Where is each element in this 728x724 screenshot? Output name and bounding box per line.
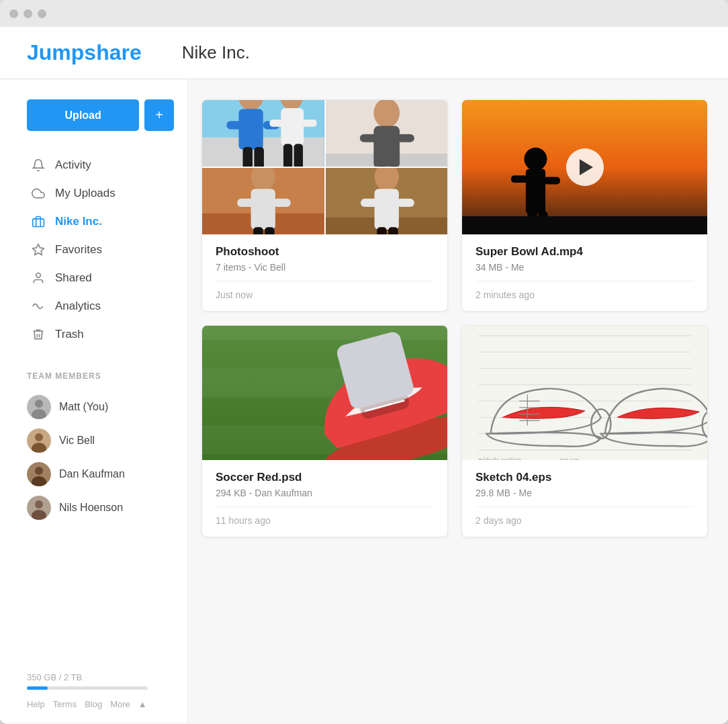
avatar-nils [27, 496, 51, 520]
sidebar-item-trash[interactable]: Trash [27, 320, 174, 349]
team-member-nils[interactable]: Nils Hoenson [27, 491, 174, 525]
sidebar-item-analytics[interactable]: Analytics [27, 292, 174, 320]
team-member-vic[interactable]: Vic Bell [27, 424, 174, 457]
upload-row: Upload + [27, 99, 174, 131]
photo-4 [326, 168, 448, 234]
person-icon [31, 271, 46, 285]
svg-rect-26 [302, 120, 317, 127]
avatar-vic [27, 428, 51, 453]
close-dot [9, 9, 18, 18]
wave-icon [31, 299, 46, 314]
svg-rect-32 [373, 126, 400, 167]
titlebar [0, 0, 728, 27]
svg-rect-34 [396, 134, 414, 142]
superbowl-name: Super Bowl Ad.mp4 [475, 245, 694, 259]
file-card-photoshoot[interactable]: Photoshoot 7 items - Vic Bell Just now [201, 99, 448, 312]
sidebar-item-shared-label: Shared [55, 271, 92, 285]
briefcase-icon [31, 214, 46, 229]
photo-1 [202, 100, 324, 167]
sidebar-item-activity-label: Activity [55, 159, 91, 172]
sidebar-item-shared[interactable]: Shared [27, 264, 174, 292]
plus-button[interactable]: + [144, 99, 174, 131]
file-card-superbowl[interactable]: Super Bowl Ad.mp4 34 MB - Me 2 minutes a… [461, 99, 708, 312]
bell-icon [31, 158, 46, 173]
app-header: Jumpshare Nike Inc. [0, 27, 728, 79]
svg-rect-18 [238, 109, 263, 150]
svg-rect-0 [33, 219, 44, 227]
svg-rect-40 [251, 189, 275, 230]
svg-rect-24 [281, 108, 304, 146]
team-member-matt[interactable]: Matt (You) [27, 390, 174, 424]
team-member-dan[interactable]: Dan Kaufman [27, 457, 174, 491]
photo-3 [202, 168, 324, 234]
file-card-soccer[interactable]: Soccer Red.psd 294 KB - Dan Kaufman 11 h… [201, 325, 448, 537]
sidebar-item-favorites-label: Favorites [55, 243, 102, 257]
footer-links: Help Terms Blog More ▲ [27, 699, 174, 709]
svg-rect-44 [265, 227, 275, 234]
star-icon [31, 242, 46, 257]
file-card-sketch[interactable]: midsole cushion toe cap [461, 325, 708, 537]
maximize-dot [38, 9, 46, 18]
sketch-meta: 29.8 MB - Me [475, 488, 694, 498]
file-thumb-sketch: midsole cushion toe cap [462, 326, 707, 460]
member-name-matt: Matt (You) [59, 401, 108, 413]
superbowl-info: Super Bowl Ad.mp4 34 MB - Me 2 minutes a… [462, 234, 707, 311]
sidebar-item-my-uploads[interactable]: My Uploads [27, 179, 174, 208]
member-name-vic: Vic Bell [59, 435, 95, 447]
avatar-matt [27, 395, 51, 419]
file-thumb-superbowl [462, 100, 707, 234]
svg-rect-28 [294, 144, 303, 167]
svg-rect-55 [526, 169, 545, 214]
svg-point-4 [35, 400, 43, 408]
play-triangle-icon [580, 159, 593, 175]
soccer-time: 11 hours ago [216, 506, 434, 526]
play-button [566, 148, 604, 186]
svg-rect-57 [544, 177, 560, 185]
svg-point-10 [35, 467, 43, 475]
sidebar-item-activity[interactable]: Activity [27, 151, 174, 179]
photoshoot-time: Just now [216, 281, 434, 300]
svg-point-54 [524, 148, 547, 171]
svg-rect-62 [202, 326, 447, 340]
svg-point-2 [36, 273, 41, 278]
sidebar-item-favorites[interactable]: Favorites [27, 236, 174, 264]
footer-more-arrow: ▲ [138, 699, 147, 709]
member-name-dan: Dan Kaufman [59, 468, 125, 480]
footer-help[interactable]: Help [27, 699, 45, 709]
svg-marker-1 [33, 244, 44, 255]
svg-point-7 [35, 433, 43, 441]
sidebar-item-trash-label: Trash [55, 328, 84, 341]
workspace-title: Nike Inc. [182, 42, 250, 63]
svg-rect-33 [359, 134, 377, 142]
svg-rect-52 [388, 227, 398, 234]
svg-rect-21 [243, 147, 253, 167]
soccer-info: Soccer Red.psd 294 KB - Dan Kaufman 11 h… [202, 460, 447, 537]
sketch-time: 2 days ago [475, 506, 694, 526]
svg-rect-49 [361, 199, 379, 207]
photoshoot-meta: 7 items - Vic Bell [216, 262, 434, 273]
minimize-dot [24, 9, 32, 18]
svg-rect-60 [462, 216, 707, 234]
sidebar-item-analytics-label: Analytics [55, 300, 101, 313]
sidebar-item-nike-inc[interactable]: Nike Inc. [27, 208, 174, 236]
superbowl-meta: 34 MB - Me [475, 262, 694, 273]
svg-rect-25 [269, 120, 284, 127]
file-thumb-soccer [202, 326, 447, 460]
footer-more[interactable]: More [110, 699, 130, 709]
team-label: TEAM MEMBERS [27, 371, 174, 381]
footer-blog[interactable]: Blog [85, 699, 102, 709]
member-name-nils: Nils Hoenson [59, 502, 123, 514]
avatar-dan [27, 462, 51, 486]
storage-text: 350 GB / 2 TB [27, 672, 174, 682]
svg-rect-50 [396, 199, 414, 207]
footer-terms[interactable]: Terms [53, 699, 77, 709]
svg-text:midsole cushion: midsole cushion [478, 456, 521, 460]
sketch-name: Sketch 04.eps [475, 471, 694, 484]
sketch-info: Sketch 04.eps 29.8 MB - Me 2 days ago [462, 460, 707, 537]
svg-rect-51 [377, 227, 387, 234]
upload-button[interactable]: Upload [27, 99, 139, 131]
svg-text:toe cap: toe cap [560, 456, 579, 460]
sidebar: Upload + Activity [0, 79, 188, 723]
app-logo: Jumpshare [27, 40, 142, 65]
files-grid: Photoshoot 7 items - Vic Bell Just now [201, 99, 708, 537]
